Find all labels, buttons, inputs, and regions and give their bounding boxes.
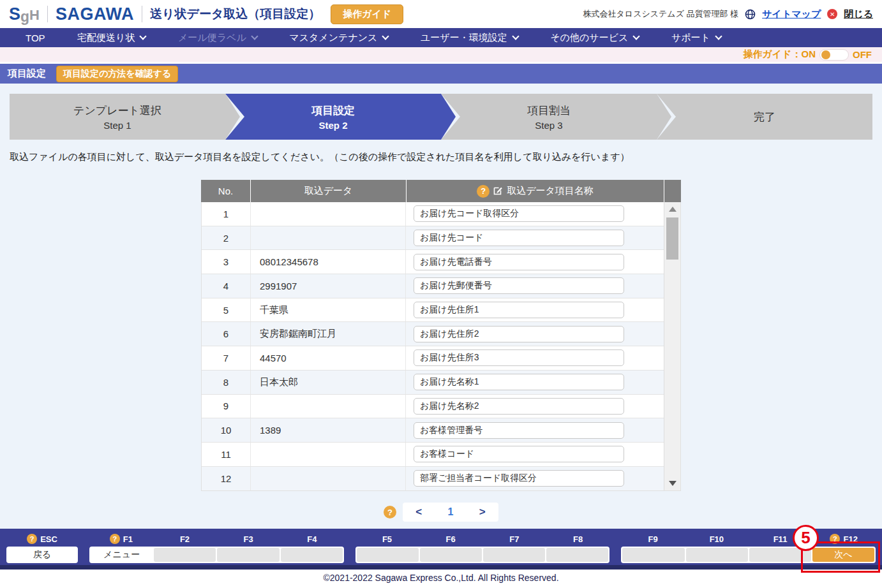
- cell-no: 11: [202, 443, 251, 466]
- cell-import-data: [251, 467, 406, 491]
- step-label: 完了: [754, 110, 775, 124]
- item-name-input[interactable]: [414, 422, 624, 439]
- nav-item-TOP[interactable]: TOP: [26, 32, 45, 44]
- col-header-name-label: 取込データ項目名称: [507, 185, 594, 197]
- divider: [142, 6, 142, 22]
- col-header-scrollbar: [664, 180, 681, 202]
- fkey-label-f10: F10: [685, 533, 749, 545]
- item-name-input[interactable]: [414, 230, 624, 246]
- item-name-input[interactable]: [414, 254, 624, 270]
- fkey-label-f5: F5: [355, 533, 419, 545]
- cell-item-name: [406, 254, 664, 270]
- section-title-bar: 項目設定 項目設定の方法を確認する: [0, 64, 882, 84]
- step-label: テンプレート選択: [73, 103, 161, 118]
- chevron-down-icon: [512, 33, 519, 40]
- operation-guide-button[interactable]: 操作ガイド: [331, 4, 403, 24]
- help-icon[interactable]: ?: [830, 534, 840, 544]
- sgh-logo: SgH: [9, 4, 40, 24]
- instruction-text: 取込ファイルの各項目に対して、取込データ項目名を設定してください。（この後の操作…: [10, 151, 882, 163]
- cell-import-data: 安房郡鋸南町江月: [251, 322, 406, 346]
- cell-no: 5: [202, 298, 251, 322]
- cell-item-name: [406, 277, 664, 294]
- chevron-down-icon: [251, 33, 258, 40]
- next-button[interactable]: 次へ: [812, 548, 874, 562]
- step-sub-label: Step 3: [535, 120, 562, 131]
- main-navbar: TOP宅配便送り状メール便ラベルマスタメンテナンスユーザー・環境設定その他のサー…: [0, 28, 882, 47]
- item-name-input[interactable]: [414, 470, 624, 487]
- table-row: 744570: [202, 346, 664, 371]
- check-method-button[interactable]: 項目設定の方法を確認する: [56, 66, 178, 82]
- page-title: 送り状データ取込（項目設定）: [150, 6, 320, 22]
- table-row: 2: [202, 226, 664, 251]
- step-label: 項目割当: [527, 103, 571, 118]
- guide-toggle-switch[interactable]: [819, 49, 849, 61]
- copyright-text: ©2021-2022 Sagawa Express Co.,Ltd. All R…: [323, 573, 558, 583]
- sitemap-link[interactable]: サイトマップ: [762, 8, 821, 20]
- chevron-down-icon: [633, 33, 640, 40]
- nav-item-label: メール便ラベル: [178, 32, 246, 44]
- item-name-input[interactable]: [414, 302, 624, 318]
- close-link[interactable]: 閉じる: [844, 8, 873, 20]
- chevron-down-icon: [715, 33, 722, 40]
- nav-item-マスタメンテナンス[interactable]: マスタメンテナンス: [289, 32, 388, 44]
- cell-no: 9: [202, 395, 251, 418]
- main-content: テンプレート選択Step 1項目設定Step 2項目割当Step 3完了 取込フ…: [0, 84, 882, 529]
- cell-item-name: [406, 326, 664, 342]
- cell-item-name: [406, 349, 664, 366]
- current-page-number[interactable]: 1: [448, 506, 454, 518]
- table-row: 12: [202, 467, 664, 491]
- nav-item-宅配便送り状[interactable]: 宅配便送り状: [77, 32, 146, 44]
- cell-import-data: 千葉県: [251, 298, 406, 322]
- next-page-button[interactable]: >: [479, 506, 486, 518]
- help-icon[interactable]: ?: [477, 185, 490, 198]
- cell-import-data: [251, 202, 406, 226]
- scroll-down-icon[interactable]: [664, 481, 680, 486]
- item-name-input[interactable]: [414, 277, 624, 294]
- fkey-group-2: F5F6F7F8: [355, 533, 610, 565]
- fkey-group-1: ?F1F2F3F4メニュー: [89, 533, 344, 565]
- cell-item-name: [406, 398, 664, 415]
- user-name: 株式会社タロスシステムズ 品質管理部 様: [583, 8, 739, 20]
- item-name-input[interactable]: [414, 205, 624, 222]
- nav-item-label: サポート: [671, 32, 710, 44]
- cell-import-data: [251, 226, 406, 250]
- nav-item-サポート[interactable]: サポート: [671, 32, 721, 44]
- cell-item-name: [406, 470, 664, 487]
- item-name-input[interactable]: [414, 398, 624, 415]
- cell-no: 8: [202, 371, 251, 394]
- step-3: 項目割当Step 3: [441, 94, 657, 140]
- scroll-up-icon[interactable]: [664, 207, 680, 212]
- prev-page-button[interactable]: <: [415, 506, 422, 518]
- cell-no: 2: [202, 226, 251, 250]
- cell-no: 1: [202, 202, 251, 226]
- nav-item-ユーザー・環境設定[interactable]: ユーザー・環境設定: [421, 32, 518, 44]
- help-icon[interactable]: ?: [110, 534, 120, 544]
- item-mapping-table: No. 取込データ ? 取込データ項目名称 123080123456784299…: [201, 180, 681, 491]
- section-title: 項目設定: [8, 68, 46, 80]
- menu-button[interactable]: メニュー: [91, 548, 153, 562]
- back-button[interactable]: 戻る: [6, 547, 78, 563]
- item-name-input[interactable]: [414, 374, 624, 390]
- help-icon[interactable]: ?: [27, 534, 37, 544]
- item-name-input[interactable]: [414, 349, 624, 366]
- cell-item-name: [406, 422, 664, 439]
- scrollbar-thumb[interactable]: [666, 217, 678, 260]
- fkey-label-f1: ?F1: [89, 533, 153, 545]
- table-row: 11: [202, 443, 664, 467]
- item-name-input[interactable]: [414, 446, 624, 462]
- fkey-label-f2: F2: [153, 533, 217, 545]
- fkey-label-f4: F4: [280, 533, 344, 545]
- pagination-help-icon[interactable]: ?: [384, 506, 396, 518]
- guide-toggle-off-label: OFF: [853, 49, 872, 60]
- item-name-input[interactable]: [414, 326, 624, 342]
- fkey-section-esc: ?ESC戻る: [6, 533, 78, 565]
- fkey-label-f7: F7: [482, 533, 546, 545]
- nav-item-その他のサービス[interactable]: その他のサービス: [550, 32, 639, 44]
- table-row: 101389: [202, 418, 664, 443]
- cell-item-name: [406, 205, 664, 222]
- cell-no: 4: [202, 274, 251, 298]
- fkey-cell-f11: [749, 548, 811, 562]
- table-scrollbar[interactable]: [664, 202, 680, 490]
- cell-import-data: 1389: [251, 418, 406, 442]
- nav-item-label: マスタメンテナンス: [289, 32, 377, 44]
